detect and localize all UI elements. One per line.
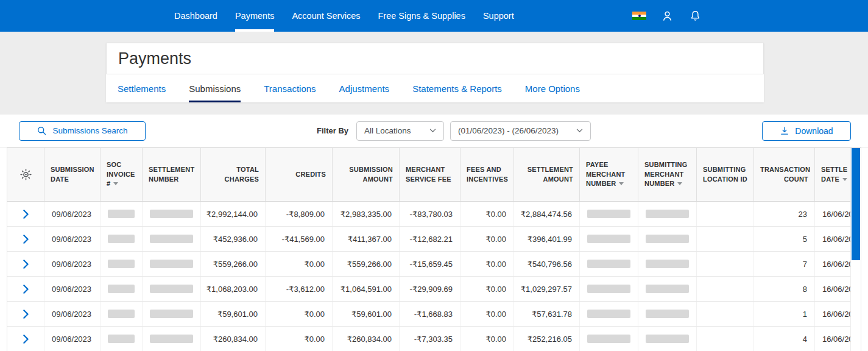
cell-fees-and-incentives: ₹0.00: [460, 227, 514, 251]
redacted-value: [150, 335, 193, 343]
cell-submission-date: 09/06/2023: [44, 252, 101, 276]
filter-caret-icon[interactable]: [677, 182, 682, 185]
scrollbar-thumb[interactable]: [852, 148, 860, 260]
cell-payee-merchant-number: [580, 327, 638, 351]
cell-credits: -₹41,569.00: [266, 227, 333, 251]
redacted-value: [587, 210, 630, 218]
cell-submitting-merchant-number: [638, 227, 697, 251]
row-expander[interactable]: [7, 327, 44, 351]
submissions-table: SUBMISSION DATESOC INVOICE #SETTLEMENT N…: [7, 147, 861, 351]
cell-total-charges: ₹260,834.00: [201, 327, 266, 351]
column-header-merchant-service-fee[interactable]: MERCHANT SERVICE FEE: [400, 148, 460, 201]
cell-payee-merchant-number: [580, 302, 638, 326]
cell-transaction-count: 7: [754, 252, 815, 276]
redacted-value: [108, 235, 135, 243]
cell-settlement-amount: ₹57,631.78: [514, 302, 580, 326]
location-select-value: All Locations: [364, 126, 411, 135]
column-header-fees-and-incentives[interactable]: FEES AND INCENTIVES: [460, 148, 514, 201]
cell-submitting-location-id: [697, 252, 754, 276]
cell-submitting-location-id: [697, 227, 754, 251]
column-header-total-charges[interactable]: TOTAL CHARGES: [201, 148, 266, 201]
row-expander[interactable]: [7, 277, 44, 301]
notifications-bell-icon[interactable]: [688, 9, 702, 23]
nav-item-account-services[interactable]: Account Services: [288, 0, 364, 32]
column-header-settlement-number[interactable]: SETTLEMENT NUMBER: [143, 148, 201, 201]
column-header-submitting-location-id[interactable]: SUBMITTING LOCATION ID: [697, 148, 754, 201]
redacted-value: [646, 310, 689, 318]
cell-transaction-count: 23: [754, 202, 815, 226]
cell-total-charges: ₹1,068,203.00: [201, 277, 266, 301]
column-header-submission-amount[interactable]: SUBMISSION AMOUNT: [333, 148, 400, 201]
main-nav: DashboardPaymentsAccount ServicesFree Si…: [171, 0, 518, 32]
column-label: CREDITS: [295, 171, 326, 178]
search-icon: [37, 126, 47, 136]
location-select[interactable]: All Locations: [356, 121, 444, 141]
chevron-down-icon: [576, 129, 583, 133]
search-button-label: Submissions Search: [52, 126, 127, 135]
nav-item-dashboard[interactable]: Dashboard: [171, 0, 221, 32]
cell-transaction-count: 4: [754, 327, 815, 351]
user-profile-icon[interactable]: [660, 9, 674, 23]
cell-soc-invoice: [101, 277, 143, 301]
chevron-down-icon: [429, 129, 436, 133]
redacted-value: [108, 285, 135, 293]
tab-transactions[interactable]: Transactions: [264, 74, 316, 102]
redacted-value: [150, 285, 193, 293]
tab-submissions[interactable]: Submissions: [189, 74, 241, 102]
redacted-value: [646, 210, 689, 218]
column-header-submission-date[interactable]: SUBMISSION DATE: [44, 148, 101, 201]
nav-item-payments[interactable]: Payments: [231, 0, 278, 32]
tab-statements-reports[interactable]: Statements & Reports: [412, 74, 502, 102]
filter-caret-icon[interactable]: [619, 182, 624, 185]
filter-caret-icon[interactable]: [842, 178, 847, 181]
table-row: 09/06/2023₹1,068,203.00-₹3,612.00₹1,064,…: [7, 277, 861, 302]
chevron-right-icon: [23, 285, 29, 294]
redacted-value: [150, 260, 193, 268]
column-header-credits[interactable]: CREDITS: [266, 148, 333, 201]
column-header-submitting-merchant-number[interactable]: SUBMITTING MERCHANT NUMBER: [638, 148, 697, 201]
cell-submission-amount: ₹59,601.00: [333, 302, 400, 326]
cell-merchant-service-fee: -₹83,780.03: [400, 202, 460, 226]
download-button[interactable]: Download: [762, 121, 851, 141]
cell-soc-invoice: [101, 327, 143, 351]
column-header-settlement-amount[interactable]: SETTLEMENT AMOUNT: [514, 148, 580, 201]
cell-transaction-count: 5: [754, 227, 815, 251]
row-expander[interactable]: [7, 227, 44, 251]
tab-settlements[interactable]: Settlements: [118, 74, 166, 102]
tab-adjustments[interactable]: Adjustments: [339, 74, 390, 102]
vertical-scrollbar[interactable]: [850, 148, 861, 351]
submissions-search-button[interactable]: Submissions Search: [19, 121, 146, 141]
cell-payee-merchant-number: [580, 277, 638, 301]
chevron-right-icon: [23, 335, 29, 344]
filter-caret-icon[interactable]: [113, 182, 118, 185]
cell-submission-amount: ₹1,064,591.00: [333, 277, 400, 301]
payments-tabs: SettlementsSubmissionsTransactionsAdjust…: [106, 74, 764, 102]
cell-merchant-service-fee: -₹7,303.35: [400, 327, 460, 351]
column-header-soc-invoice[interactable]: SOC INVOICE #: [101, 148, 143, 201]
redacted-value: [108, 210, 135, 218]
cell-fees-and-incentives: ₹0.00: [460, 252, 514, 276]
cell-submission-date: 09/06/2023: [44, 202, 101, 226]
tab-more-options[interactable]: More Options: [525, 74, 580, 102]
table-settings-gear-button[interactable]: [7, 148, 44, 201]
row-expander[interactable]: [7, 252, 44, 276]
nav-item-support[interactable]: Support: [479, 0, 518, 32]
column-label: SETTLEMENT NUMBER: [149, 166, 194, 182]
nav-item-free-signs-supplies[interactable]: Free Signs & Supplies: [374, 0, 468, 32]
cell-settlement-amount: ₹252,216.05: [514, 327, 580, 351]
row-expander[interactable]: [7, 202, 44, 226]
cell-total-charges: ₹59,601.00: [201, 302, 266, 326]
cell-submission-date: 09/06/2023: [44, 327, 101, 351]
redacted-value: [587, 335, 630, 343]
cell-submission-date: 09/06/2023: [44, 277, 101, 301]
row-expander[interactable]: [7, 302, 44, 326]
date-range-select[interactable]: (01/06/2023) - (26/06/2023): [450, 121, 591, 141]
column-label: FEES AND INCENTIVES: [467, 166, 508, 182]
redacted-value: [150, 235, 193, 243]
column-header-payee-merchant-number[interactable]: PAYEE MERCHANT NUMBER: [580, 148, 638, 201]
column-header-transaction-count[interactable]: TRANSACTION COUNT: [754, 148, 815, 201]
cell-credits: ₹0.00: [266, 327, 333, 351]
cell-credits: -₹8,809.00: [266, 202, 333, 226]
table-row: 09/06/2023₹2,992,144.00-₹8,809.00₹2,983,…: [7, 202, 861, 227]
cell-transaction-count: 1: [754, 302, 815, 326]
